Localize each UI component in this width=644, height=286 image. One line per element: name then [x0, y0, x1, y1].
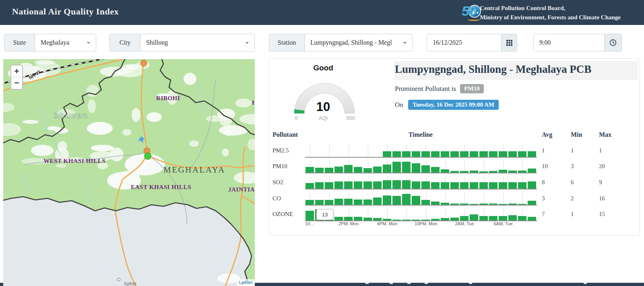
timeline-bar[interactable] [305, 167, 314, 173]
timeline-bar[interactable] [412, 163, 420, 173]
timeline-bar[interactable] [412, 181, 420, 189]
timeline-bar[interactable] [383, 151, 391, 157]
timeline-bar[interactable] [354, 217, 362, 220]
timeline-bar[interactable] [431, 182, 440, 189]
timeline-bar[interactable] [528, 169, 536, 173]
timeline-bar[interactable] [431, 167, 440, 173]
date-input[interactable] [427, 34, 501, 51]
timeline-bar[interactable] [315, 200, 324, 205]
timeline-bar[interactable] [479, 216, 488, 220]
timeline-bar[interactable] [441, 169, 449, 173]
timeline-bar[interactable] [441, 151, 449, 157]
timeline-bar[interactable] [470, 182, 478, 189]
timeline-bar[interactable] [344, 199, 353, 205]
timeline-bar[interactable] [305, 211, 314, 220]
timeline-bar[interactable] [518, 182, 526, 189]
timeline-bar[interactable] [450, 218, 459, 221]
timeline-bar[interactable] [344, 217, 353, 220]
timeline-bar[interactable] [354, 167, 362, 173]
timeline-bar[interactable] [305, 200, 314, 205]
timeline-bar[interactable] [479, 151, 488, 157]
timeline-bar[interactable] [421, 151, 430, 157]
timeline-bar[interactable] [325, 182, 333, 189]
timeline-bar[interactable] [373, 198, 382, 205]
timeline-bar[interactable] [499, 182, 507, 189]
timeline-bar[interactable] [460, 182, 469, 189]
map-canvas[interactable]: NH-37RIBOHIHILLSWEST KHASI HILLSMEGHALAY… [3, 59, 255, 286]
timeline-bar[interactable] [431, 202, 440, 205]
timeline-bar[interactable] [363, 181, 372, 189]
timeline-bar[interactable] [421, 181, 430, 189]
timeline-bar[interactable] [470, 214, 478, 220]
timeline-bar[interactable] [518, 216, 526, 220]
timeline-bar[interactable] [334, 217, 343, 220]
timeline-bar[interactable] [402, 151, 411, 157]
timeline-bar[interactable] [450, 182, 459, 189]
timeline-bar[interactable] [528, 151, 536, 157]
timeline-bar[interactable] [470, 151, 478, 157]
leaflet-attribution[interactable]: Leaflet [237, 279, 255, 286]
timeline-bar[interactable] [441, 182, 449, 189]
timeline-bar[interactable] [518, 151, 526, 157]
timeline-bar[interactable] [489, 151, 497, 157]
timeline-bar[interactable] [363, 218, 372, 221]
timeline-bar[interactable] [499, 170, 507, 173]
timeline-bar[interactable] [402, 180, 411, 189]
timeline-bar[interactable] [305, 183, 314, 189]
timeline-bar[interactable] [460, 151, 469, 157]
timeline-bar[interactable] [383, 195, 391, 205]
timeline-bar[interactable] [489, 216, 497, 220]
timeline-bar[interactable] [392, 162, 401, 173]
timeline-bar[interactable] [363, 200, 372, 205]
timeline-bar[interactable] [315, 168, 324, 173]
timeline-bar[interactable] [450, 151, 459, 157]
timeline-sparkline[interactable] [305, 160, 537, 173]
timeline-bar[interactable] [508, 182, 517, 189]
timeline-bar[interactable] [421, 200, 430, 205]
timeline-bar[interactable] [431, 151, 440, 157]
timeline-sparkline[interactable] [305, 144, 537, 158]
timeline-bar[interactable] [460, 216, 469, 220]
timeline-sparkline[interactable] [305, 208, 537, 221]
timeline-bar[interactable] [412, 151, 420, 157]
timeline-bar[interactable] [508, 215, 517, 220]
timeline-bar[interactable] [354, 200, 362, 205]
state-select[interactable]: Meghalaya ⌄ [35, 34, 96, 51]
timeline-bar[interactable] [363, 168, 372, 173]
timeline-bar[interactable] [334, 167, 343, 173]
timeline-bar[interactable] [344, 165, 353, 173]
timeline-bar[interactable] [528, 181, 536, 189]
timeline-bar[interactable] [325, 168, 333, 173]
timeline-bar[interactable] [334, 181, 343, 189]
timeline-bar[interactable] [315, 182, 324, 189]
timeline-bar[interactable] [373, 181, 382, 189]
timeline-bar[interactable] [402, 162, 411, 173]
timeline-sparkline[interactable] [305, 176, 537, 189]
timeline-bar[interactable] [412, 196, 420, 205]
timeline-bar[interactable] [354, 181, 362, 189]
timeline-bar[interactable] [392, 196, 401, 205]
calendar-icon[interactable] [501, 34, 517, 51]
timeline-sparkline[interactable] [305, 192, 537, 206]
time-input[interactable] [534, 34, 604, 51]
timeline-bar[interactable] [508, 151, 517, 157]
timeline-bar[interactable] [479, 182, 488, 189]
timeline-bar[interactable] [402, 194, 411, 205]
timeline-bar[interactable] [528, 201, 536, 205]
zoom-out-button[interactable]: − [11, 77, 22, 89]
timeline-bar[interactable] [499, 216, 507, 220]
timeline-bar[interactable] [528, 217, 536, 220]
timeline-bar[interactable] [383, 165, 391, 173]
timeline-bar[interactable] [325, 200, 333, 205]
timeline-bar[interactable] [392, 151, 401, 157]
timeline-bar[interactable] [344, 181, 353, 189]
timeline-bar[interactable] [383, 180, 391, 189]
zoom-in-button[interactable]: + [11, 66, 22, 77]
station-select[interactable]: Lumpyngngad, Shillong - Megl ⌄ [305, 34, 412, 51]
timeline-bar[interactable] [421, 165, 430, 173]
timeline-bar[interactable] [373, 167, 382, 173]
timeline-bar[interactable] [392, 180, 401, 189]
city-select[interactable]: Shillong ⌄ [140, 34, 254, 51]
clock-icon[interactable] [604, 34, 621, 51]
timeline-bar[interactable] [499, 151, 507, 157]
